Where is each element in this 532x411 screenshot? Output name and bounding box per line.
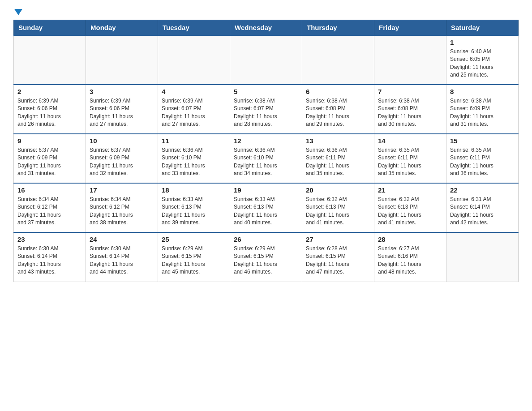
calendar-day-cell: 22Sunrise: 6:31 AM Sunset: 6:14 PM Dayli… bbox=[446, 183, 519, 232]
calendar-day-cell: 17Sunrise: 6:34 AM Sunset: 6:12 PM Dayli… bbox=[86, 183, 158, 232]
day-info: Sunrise: 6:35 AM Sunset: 6:11 PM Dayligh… bbox=[378, 146, 442, 178]
calendar-day-cell bbox=[14, 35, 86, 85]
calendar-day-cell: 2Sunrise: 6:39 AM Sunset: 6:06 PM Daylig… bbox=[14, 85, 86, 134]
calendar-day-cell: 6Sunrise: 6:38 AM Sunset: 6:08 PM Daylig… bbox=[302, 85, 374, 134]
calendar-day-cell: 24Sunrise: 6:30 AM Sunset: 6:14 PM Dayli… bbox=[86, 232, 158, 282]
calendar-header-row: SundayMondayTuesdayWednesdayThursdayFrid… bbox=[14, 20, 519, 36]
weekday-header-friday: Friday bbox=[374, 20, 446, 36]
day-number: 15 bbox=[450, 137, 515, 145]
calendar-day-cell: 21Sunrise: 6:32 AM Sunset: 6:13 PM Dayli… bbox=[374, 183, 446, 232]
day-number: 18 bbox=[162, 186, 226, 194]
calendar-day-cell: 3Sunrise: 6:39 AM Sunset: 6:06 PM Daylig… bbox=[86, 85, 158, 134]
calendar-day-cell: 9Sunrise: 6:37 AM Sunset: 6:09 PM Daylig… bbox=[14, 134, 86, 183]
calendar-day-cell bbox=[158, 35, 230, 85]
day-number: 8 bbox=[450, 88, 515, 95]
calendar-week-row: 9Sunrise: 6:37 AM Sunset: 6:09 PM Daylig… bbox=[14, 134, 519, 183]
day-info: Sunrise: 6:40 AM Sunset: 6:05 PM Dayligh… bbox=[450, 48, 515, 79]
day-number: 16 bbox=[17, 186, 82, 194]
weekday-header-saturday: Saturday bbox=[446, 20, 519, 36]
logo bbox=[13, 9, 22, 15]
calendar-day-cell: 27Sunrise: 6:28 AM Sunset: 6:15 PM Dayli… bbox=[302, 232, 374, 282]
day-number: 27 bbox=[306, 235, 370, 243]
day-info: Sunrise: 6:32 AM Sunset: 6:13 PM Dayligh… bbox=[378, 196, 442, 227]
calendar-week-row: 23Sunrise: 6:30 AM Sunset: 6:14 PM Dayli… bbox=[14, 232, 519, 282]
day-info: Sunrise: 6:30 AM Sunset: 6:14 PM Dayligh… bbox=[17, 245, 82, 276]
day-number: 20 bbox=[306, 186, 370, 194]
weekday-header-tuesday: Tuesday bbox=[158, 20, 230, 36]
day-info: Sunrise: 6:38 AM Sunset: 6:08 PM Dayligh… bbox=[306, 97, 370, 128]
day-number: 4 bbox=[162, 88, 226, 95]
day-number: 5 bbox=[234, 88, 298, 95]
day-number: 24 bbox=[90, 235, 154, 243]
weekday-header-monday: Monday bbox=[86, 20, 158, 36]
weekday-header-thursday: Thursday bbox=[302, 20, 374, 36]
day-info: Sunrise: 6:34 AM Sunset: 6:12 PM Dayligh… bbox=[17, 196, 82, 227]
calendar-day-cell: 12Sunrise: 6:36 AM Sunset: 6:10 PM Dayli… bbox=[230, 134, 302, 183]
calendar-day-cell: 13Sunrise: 6:36 AM Sunset: 6:11 PM Dayli… bbox=[302, 134, 374, 183]
calendar-day-cell: 1Sunrise: 6:40 AM Sunset: 6:05 PM Daylig… bbox=[446, 35, 519, 85]
day-info: Sunrise: 6:39 AM Sunset: 6:06 PM Dayligh… bbox=[17, 97, 82, 128]
day-number: 11 bbox=[162, 137, 226, 145]
weekday-header-sunday: Sunday bbox=[14, 20, 86, 36]
day-info: Sunrise: 6:39 AM Sunset: 6:07 PM Dayligh… bbox=[162, 97, 226, 128]
day-info: Sunrise: 6:36 AM Sunset: 6:10 PM Dayligh… bbox=[234, 146, 298, 178]
day-info: Sunrise: 6:29 AM Sunset: 6:15 PM Dayligh… bbox=[234, 245, 298, 276]
day-info: Sunrise: 6:37 AM Sunset: 6:09 PM Dayligh… bbox=[17, 146, 82, 178]
calendar-day-cell: 8Sunrise: 6:38 AM Sunset: 6:09 PM Daylig… bbox=[446, 85, 519, 134]
day-info: Sunrise: 6:33 AM Sunset: 6:13 PM Dayligh… bbox=[162, 196, 226, 227]
day-info: Sunrise: 6:34 AM Sunset: 6:12 PM Dayligh… bbox=[90, 196, 154, 227]
weekday-header-wednesday: Wednesday bbox=[230, 20, 302, 36]
day-number: 14 bbox=[378, 137, 442, 145]
day-info: Sunrise: 6:28 AM Sunset: 6:15 PM Dayligh… bbox=[306, 245, 370, 276]
day-info: Sunrise: 6:36 AM Sunset: 6:10 PM Dayligh… bbox=[162, 146, 226, 178]
day-info: Sunrise: 6:38 AM Sunset: 6:09 PM Dayligh… bbox=[450, 97, 515, 128]
calendar-day-cell bbox=[86, 35, 158, 85]
calendar-day-cell: 10Sunrise: 6:37 AM Sunset: 6:09 PM Dayli… bbox=[86, 134, 158, 183]
day-info: Sunrise: 6:27 AM Sunset: 6:16 PM Dayligh… bbox=[378, 245, 442, 276]
day-info: Sunrise: 6:39 AM Sunset: 6:06 PM Dayligh… bbox=[90, 97, 154, 128]
day-number: 22 bbox=[450, 186, 515, 194]
calendar-week-row: 16Sunrise: 6:34 AM Sunset: 6:12 PM Dayli… bbox=[14, 183, 519, 232]
day-number: 19 bbox=[234, 186, 298, 194]
calendar-day-cell bbox=[302, 35, 374, 85]
day-info: Sunrise: 6:33 AM Sunset: 6:13 PM Dayligh… bbox=[234, 196, 298, 227]
calendar-day-cell: 23Sunrise: 6:30 AM Sunset: 6:14 PM Dayli… bbox=[14, 232, 86, 282]
day-info: Sunrise: 6:35 AM Sunset: 6:11 PM Dayligh… bbox=[450, 146, 515, 178]
page-header bbox=[13, 9, 519, 15]
day-info: Sunrise: 6:29 AM Sunset: 6:15 PM Dayligh… bbox=[162, 245, 226, 276]
day-info: Sunrise: 6:37 AM Sunset: 6:09 PM Dayligh… bbox=[90, 146, 154, 178]
calendar-day-cell: 14Sunrise: 6:35 AM Sunset: 6:11 PM Dayli… bbox=[374, 134, 446, 183]
day-info: Sunrise: 6:30 AM Sunset: 6:14 PM Dayligh… bbox=[90, 245, 154, 276]
calendar-day-cell: 18Sunrise: 6:33 AM Sunset: 6:13 PM Dayli… bbox=[158, 183, 230, 232]
calendar-day-cell bbox=[446, 232, 519, 282]
day-number: 28 bbox=[378, 235, 442, 243]
calendar-day-cell: 16Sunrise: 6:34 AM Sunset: 6:12 PM Dayli… bbox=[14, 183, 86, 232]
day-number: 10 bbox=[90, 137, 154, 145]
day-number: 21 bbox=[378, 186, 442, 194]
day-number: 1 bbox=[450, 39, 515, 46]
day-number: 3 bbox=[90, 88, 154, 95]
calendar-day-cell: 25Sunrise: 6:29 AM Sunset: 6:15 PM Dayli… bbox=[158, 232, 230, 282]
day-info: Sunrise: 6:36 AM Sunset: 6:11 PM Dayligh… bbox=[306, 146, 370, 178]
calendar-day-cell: 19Sunrise: 6:33 AM Sunset: 6:13 PM Dayli… bbox=[230, 183, 302, 232]
day-info: Sunrise: 6:38 AM Sunset: 6:07 PM Dayligh… bbox=[234, 97, 298, 128]
calendar-day-cell bbox=[230, 35, 302, 85]
calendar-day-cell: 20Sunrise: 6:32 AM Sunset: 6:13 PM Dayli… bbox=[302, 183, 374, 232]
calendar-day-cell: 15Sunrise: 6:35 AM Sunset: 6:11 PM Dayli… bbox=[446, 134, 519, 183]
calendar-day-cell: 7Sunrise: 6:38 AM Sunset: 6:08 PM Daylig… bbox=[374, 85, 446, 134]
day-number: 25 bbox=[162, 235, 226, 243]
day-number: 13 bbox=[306, 137, 370, 145]
calendar-day-cell: 28Sunrise: 6:27 AM Sunset: 6:16 PM Dayli… bbox=[374, 232, 446, 282]
day-number: 6 bbox=[306, 88, 370, 95]
day-number: 12 bbox=[234, 137, 298, 145]
day-number: 9 bbox=[17, 137, 82, 145]
day-info: Sunrise: 6:31 AM Sunset: 6:14 PM Dayligh… bbox=[450, 196, 515, 227]
calendar-day-cell: 26Sunrise: 6:29 AM Sunset: 6:15 PM Dayli… bbox=[230, 232, 302, 282]
calendar-week-row: 2Sunrise: 6:39 AM Sunset: 6:06 PM Daylig… bbox=[14, 85, 519, 134]
day-info: Sunrise: 6:38 AM Sunset: 6:08 PM Dayligh… bbox=[378, 97, 442, 128]
calendar-day-cell bbox=[374, 35, 446, 85]
day-number: 23 bbox=[17, 235, 82, 243]
day-number: 17 bbox=[90, 186, 154, 194]
calendar-day-cell: 5Sunrise: 6:38 AM Sunset: 6:07 PM Daylig… bbox=[230, 85, 302, 134]
calendar-day-cell: 11Sunrise: 6:36 AM Sunset: 6:10 PM Dayli… bbox=[158, 134, 230, 183]
